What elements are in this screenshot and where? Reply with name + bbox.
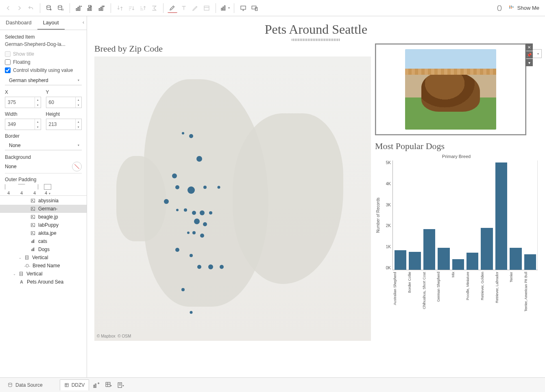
undo-icon[interactable] <box>26 3 36 13</box>
show-me-button[interactable]: Show Me <box>506 5 542 11</box>
height-input[interactable]: ▴▾ <box>46 119 82 130</box>
chevron-down-icon[interactable]: ⌄ <box>19 256 22 260</box>
tree-item[interactable]: akita.jpe <box>0 229 87 237</box>
new-dashboard-tab-icon[interactable] <box>104 380 113 390</box>
y-input[interactable]: ▴▾ <box>46 97 82 108</box>
bar[interactable] <box>423 229 435 270</box>
background-none-icon[interactable] <box>72 162 82 171</box>
map-point[interactable] <box>203 186 207 189</box>
bar[interactable] <box>510 248 521 270</box>
width-input[interactable]: ▴▾ <box>5 119 41 130</box>
new-worksheet-tab-icon[interactable] <box>92 380 101 390</box>
map-point[interactable] <box>175 185 179 189</box>
totals-icon[interactable] <box>149 3 159 13</box>
tree-item[interactable]: labPuppy <box>0 221 87 229</box>
bar[interactable] <box>467 253 478 270</box>
duplicate-sheet-icon[interactable] <box>85 3 95 13</box>
bar[interactable] <box>481 228 493 270</box>
swap-icon[interactable] <box>115 3 125 13</box>
x-input[interactable]: ▴▾ <box>5 97 41 108</box>
tree-item[interactable]: German- <box>0 205 87 213</box>
map-point[interactable] <box>208 264 213 269</box>
bar[interactable] <box>395 250 406 270</box>
bar-chart[interactable]: Number of Records 5K4K3K2K1K0K <box>375 160 538 270</box>
map-point[interactable] <box>187 232 190 234</box>
sort-asc-icon[interactable] <box>126 3 136 13</box>
pause-datasource-icon[interactable] <box>56 3 65 13</box>
map-point[interactable] <box>197 265 201 269</box>
map-point[interactable] <box>189 134 193 138</box>
object-menu-icon[interactable]: ▾ <box>525 59 533 66</box>
separator <box>40 3 40 13</box>
pin-object-icon[interactable]: 📌 <box>525 51 533 58</box>
tree-item[interactable]: -O-Breed Name <box>0 262 87 270</box>
map-point[interactable] <box>200 234 204 238</box>
map-point[interactable] <box>203 222 207 226</box>
active-sheet-tab[interactable]: DDZV <box>60 379 89 390</box>
map-point[interactable] <box>176 209 179 211</box>
highlight-icon[interactable] <box>168 3 177 13</box>
tab-dashboard[interactable]: Dashboard <box>0 16 37 30</box>
outer-padding-controls[interactable]: 4 4 4 4▾ <box>5 184 82 195</box>
tree-item[interactable]: ⌄Vertical <box>0 253 87 262</box>
resize-handle-icon[interactable] <box>292 39 340 41</box>
image-object[interactable]: ✕ 📌 ▾ <box>375 43 526 135</box>
floating-checkbox[interactable]: Floating <box>5 59 82 65</box>
map-point[interactable] <box>218 186 220 189</box>
fit-icon[interactable]: ▾ <box>220 3 230 13</box>
map-point[interactable] <box>200 210 205 215</box>
bar[interactable] <box>452 259 464 270</box>
annotate-icon[interactable] <box>190 3 200 13</box>
map-point[interactable] <box>190 254 193 257</box>
bar[interactable] <box>495 162 507 270</box>
new-sheet-icon[interactable] <box>74 3 84 13</box>
tab-layout[interactable]: Layout <box>37 16 65 30</box>
device-preview-icon[interactable] <box>250 3 259 13</box>
tree-item[interactable]: ⌄Vertical <box>0 270 87 278</box>
map-point[interactable] <box>181 288 185 291</box>
sort-desc-icon[interactable] <box>138 3 148 13</box>
presentation-icon[interactable] <box>238 3 248 13</box>
tree-item[interactable]: beagle.jp <box>0 213 87 221</box>
map-point[interactable] <box>190 311 193 314</box>
data-source-tab[interactable]: Data Source <box>3 380 47 390</box>
guide-icon[interactable] <box>495 3 504 13</box>
tree-item[interactable]: Dogs <box>0 245 87 253</box>
map-point[interactable] <box>175 248 179 252</box>
forward-icon[interactable] <box>15 3 24 13</box>
collapse-pane-icon[interactable]: ‹ <box>80 16 87 30</box>
show-title-checkbox[interactable]: Show title <box>5 51 82 57</box>
bar[interactable] <box>524 254 536 270</box>
back-icon[interactable] <box>3 3 13 13</box>
remove-object-icon[interactable]: ✕ <box>525 43 533 51</box>
clear-sheet-icon[interactable] <box>97 3 107 13</box>
visibility-value-dropdown[interactable]: German shepherd▾ <box>5 76 82 85</box>
tree-item[interactable]: APets Around Sea <box>0 278 87 286</box>
chevron-down-icon[interactable]: ⌄ <box>13 272 16 276</box>
vert-icon <box>24 255 30 260</box>
map-point[interactable] <box>196 156 202 162</box>
map-point[interactable] <box>220 265 224 269</box>
new-datasource-icon[interactable] <box>44 3 54 13</box>
dashboard-canvas[interactable]: Pets Around Seattle Breed by Zip Code © … <box>87 16 545 377</box>
bar[interactable] <box>438 248 449 270</box>
map-point[interactable] <box>172 173 177 178</box>
map-point[interactable] <box>182 132 184 134</box>
map-point[interactable] <box>164 199 169 204</box>
control-visibility-checkbox[interactable]: Control visibility using value <box>5 67 82 73</box>
text-icon[interactable] <box>179 3 189 13</box>
map-view[interactable]: © Mapbox © OSM <box>94 56 371 341</box>
border-dropdown[interactable]: None▾ <box>5 141 82 150</box>
layout-tree[interactable]: abyssiniaGerman-beagle.jplabPuppyakita.j… <box>0 195 87 377</box>
tree-item[interactable]: cats <box>0 237 87 245</box>
layout-container-icon[interactable] <box>202 3 211 13</box>
map-point[interactable] <box>192 211 196 215</box>
map-point[interactable] <box>184 208 187 212</box>
map-point[interactable] <box>209 211 212 214</box>
bar[interactable] <box>409 252 421 270</box>
new-story-tab-icon[interactable] <box>116 380 126 390</box>
map-point[interactable] <box>194 219 200 224</box>
tree-item[interactable]: abyssinia <box>0 197 87 205</box>
map-point[interactable] <box>192 231 196 234</box>
map-point[interactable] <box>187 186 195 194</box>
